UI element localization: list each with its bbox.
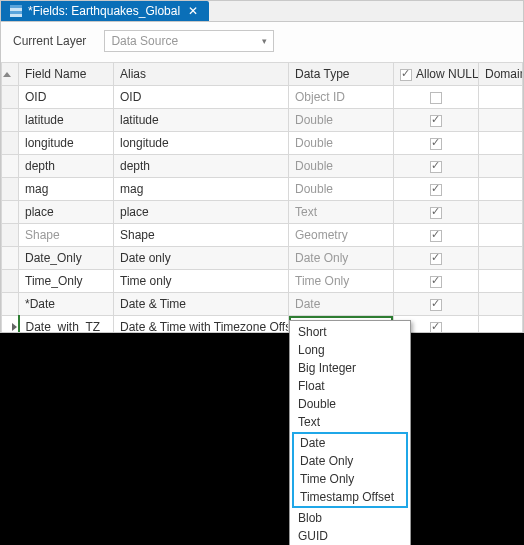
cell-domain[interactable]	[479, 178, 523, 201]
table-row[interactable]: latitudelatitudeDouble	[2, 109, 523, 132]
checkbox[interactable]	[430, 322, 442, 332]
checkbox[interactable]	[430, 138, 442, 150]
table-row[interactable]: placeplaceText	[2, 201, 523, 224]
cell-allow-null[interactable]	[394, 201, 479, 224]
table-row[interactable]: Date_with_TZDate & Time with Timezone Of…	[2, 316, 523, 333]
layer-select[interactable]: Data Source ▾	[104, 30, 274, 52]
checkbox[interactable]	[430, 92, 442, 104]
cell-alias[interactable]: Date only	[114, 247, 289, 270]
checkbox[interactable]	[430, 253, 442, 265]
row-header[interactable]	[2, 224, 19, 247]
cell-domain[interactable]	[479, 316, 523, 333]
cell-field-name[interactable]: Shape	[19, 224, 114, 247]
cell-data-type[interactable]: Double	[289, 155, 394, 178]
cell-data-type[interactable]: Date	[289, 293, 394, 316]
cell-field-name[interactable]: Time_Only	[19, 270, 114, 293]
row-header-corner[interactable]	[2, 63, 19, 86]
checkbox[interactable]	[430, 115, 442, 127]
datatype-option[interactable]: Date	[294, 434, 406, 452]
cell-domain[interactable]	[479, 109, 523, 132]
cell-allow-null[interactable]	[394, 109, 479, 132]
datatype-option[interactable]: Timestamp Offset	[294, 488, 406, 506]
cell-data-type[interactable]: Double	[289, 109, 394, 132]
cell-data-type[interactable]: Object ID	[289, 86, 394, 109]
datatype-option[interactable]: Long	[290, 341, 410, 359]
col-header-allow-null[interactable]: Allow NULL	[394, 63, 479, 86]
cell-data-type[interactable]: Double	[289, 132, 394, 155]
cell-data-type[interactable]: Geometry	[289, 224, 394, 247]
cell-domain[interactable]	[479, 132, 523, 155]
table-row[interactable]: Time_OnlyTime onlyTime Only	[2, 270, 523, 293]
checkbox[interactable]	[430, 207, 442, 219]
datatype-option[interactable]: Short	[290, 323, 410, 341]
cell-domain[interactable]	[479, 201, 523, 224]
close-icon[interactable]: ✕	[185, 4, 201, 18]
checkbox[interactable]	[430, 184, 442, 196]
cell-domain[interactable]	[479, 293, 523, 316]
table-row[interactable]: depthdepthDouble	[2, 155, 523, 178]
cell-alias[interactable]: place	[114, 201, 289, 224]
datatype-option[interactable]: GUID	[290, 527, 410, 545]
cell-alias[interactable]: Shape	[114, 224, 289, 247]
row-header[interactable]	[2, 316, 19, 333]
cell-domain[interactable]	[479, 224, 523, 247]
cell-data-type[interactable]: Text	[289, 201, 394, 224]
cell-alias[interactable]: depth	[114, 155, 289, 178]
cell-data-type[interactable]: Double	[289, 178, 394, 201]
cell-alias[interactable]: longitude	[114, 132, 289, 155]
cell-allow-null[interactable]	[394, 132, 479, 155]
cell-allow-null[interactable]	[394, 86, 479, 109]
cell-domain[interactable]	[479, 270, 523, 293]
cell-alias[interactable]: Date & Time with Timezone Offset	[114, 316, 289, 333]
row-header[interactable]	[2, 155, 19, 178]
row-header[interactable]	[2, 109, 19, 132]
cell-field-name[interactable]: Date_Only	[19, 247, 114, 270]
datatype-option[interactable]: Big Integer	[290, 359, 410, 377]
table-row[interactable]: Date_OnlyDate onlyDate Only	[2, 247, 523, 270]
col-header-alias[interactable]: Alias	[114, 63, 289, 86]
cell-data-type[interactable]: Date Only	[289, 247, 394, 270]
cell-alias[interactable]: mag	[114, 178, 289, 201]
cell-allow-null[interactable]	[394, 247, 479, 270]
cell-domain[interactable]	[479, 155, 523, 178]
cell-allow-null[interactable]	[394, 178, 479, 201]
cell-field-name[interactable]: latitude	[19, 109, 114, 132]
cell-allow-null[interactable]	[394, 155, 479, 178]
row-header[interactable]	[2, 86, 19, 109]
row-header[interactable]	[2, 201, 19, 224]
checkbox[interactable]	[430, 276, 442, 288]
cell-field-name[interactable]: place	[19, 201, 114, 224]
table-row[interactable]: ShapeShapeGeometry	[2, 224, 523, 247]
cell-field-name[interactable]: longitude	[19, 132, 114, 155]
cell-field-name[interactable]: mag	[19, 178, 114, 201]
row-header[interactable]	[2, 247, 19, 270]
cell-alias[interactable]: latitude	[114, 109, 289, 132]
cell-alias[interactable]: Time only	[114, 270, 289, 293]
cell-field-name[interactable]: Date_with_TZ	[19, 316, 114, 333]
tab-fields[interactable]: *Fields: Earthquakes_Global ✕	[1, 1, 209, 21]
cell-allow-null[interactable]	[394, 270, 479, 293]
cell-domain[interactable]	[479, 86, 523, 109]
checkbox[interactable]	[430, 230, 442, 242]
col-header-fieldname[interactable]: Field Name	[19, 63, 114, 86]
cell-alias[interactable]: OID	[114, 86, 289, 109]
col-header-domain[interactable]: Domain	[479, 63, 523, 86]
cell-field-name[interactable]: depth	[19, 155, 114, 178]
table-row[interactable]: OIDOIDObject ID	[2, 86, 523, 109]
row-header[interactable]	[2, 270, 19, 293]
cell-field-name[interactable]: *Date	[19, 293, 114, 316]
col-header-datatype[interactable]: Data Type	[289, 63, 394, 86]
cell-allow-null[interactable]	[394, 293, 479, 316]
checkbox[interactable]	[430, 161, 442, 173]
cell-field-name[interactable]: OID	[19, 86, 114, 109]
checkbox[interactable]	[430, 299, 442, 311]
datatype-dropdown[interactable]: ShortLongBig IntegerFloatDoubleText Date…	[289, 320, 411, 545]
cell-data-type[interactable]: Time Only	[289, 270, 394, 293]
datatype-option[interactable]: Float	[290, 377, 410, 395]
datatype-option[interactable]: Blob	[290, 509, 410, 527]
datatype-option[interactable]: Date Only	[294, 452, 406, 470]
row-header[interactable]	[2, 178, 19, 201]
datatype-option[interactable]: Double	[290, 395, 410, 413]
table-row[interactable]: longitudelongitudeDouble	[2, 132, 523, 155]
row-header[interactable]	[2, 132, 19, 155]
